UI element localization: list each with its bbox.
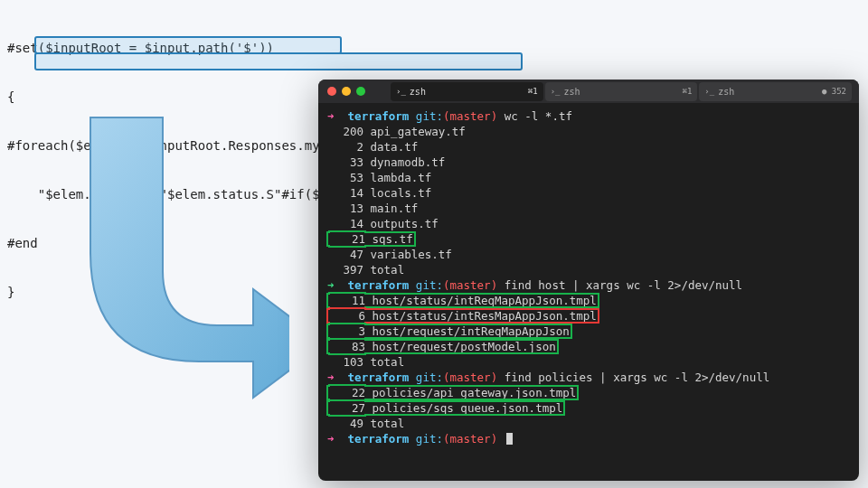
tab-label: zsh [410,84,426,99]
prompt-dir: terraform [348,109,410,123]
wc-row-highlighted: 27 policies/sqs_queue.json.tmpl [327,400,850,416]
wc-row: 47 variables.tf [327,247,850,262]
window-titlebar[interactable]: ›_ zsh ⌘1 ›_ zsh ⌘1 ›_ zsh ● 352 [318,80,859,103]
wc-row: 53 lambda.tf [327,170,850,185]
wc-row: 13 main.tf [327,201,850,216]
prompt-line: ➜ terraform git:(master) find policies |… [327,370,850,385]
prompt-arrow-icon: ➜ [327,278,335,292]
git-branch: (master) [443,432,497,446]
tab-icon: ›_ [704,84,714,99]
prompt-arrow-icon: ➜ [327,371,335,384]
wc-total: 49 total [327,416,850,431]
tab-zsh[interactable]: ›_ zsh ⌘1 [545,82,698,101]
prompt-line: ➜ terraform git:(master) find host | xar… [327,277,850,293]
tab-badge: ⌘1 [528,84,538,99]
cursor-icon [506,433,513,445]
wc-row-highlighted: 3 host/request/intReqMapAppJson [327,324,850,339]
terminal-window: ›_ zsh ⌘1 ›_ zsh ⌘1 ›_ zsh ● 352 ➜ terra… [318,80,859,481]
tab-icon: ›_ [551,84,561,99]
git-branch: (master) [443,109,497,123]
tab-zsh[interactable]: ›_ zsh ⌘1 [391,82,543,101]
terminal-output[interactable]: ➜ terraform git:(master) wc -l *.tf 200 … [318,103,859,455]
wc-total: 397 total [327,262,850,277]
tab-label: zsh [718,84,734,99]
wc-row: 200 api_gateway.tf [327,124,850,139]
prompt-arrow-icon: ➜ [327,109,335,123]
git-label: git: [416,278,443,292]
tab-badge: ⌘1 [683,84,693,99]
tab-zsh[interactable]: ›_ zsh ● 352 [699,82,852,101]
wc-row-highlighted: 83 host/request/postModel.json [327,339,850,354]
close-icon[interactable] [327,87,336,96]
wc-row: 14 locals.tf [327,185,850,201]
wc-row: 14 outputs.tf [327,216,850,231]
wc-total: 103 total [327,354,850,370]
prompt-dir: terraform [348,278,410,292]
prompt-line-active[interactable]: ➜ terraform git:(master) [327,431,850,446]
wc-row: 2 data.tf [327,139,850,155]
prompt-dir: terraform [348,371,410,384]
prompt-dir: terraform [348,432,410,446]
traffic-lights [327,87,365,96]
git-branch: (master) [443,371,497,384]
git-label: git: [416,432,443,446]
git-label: git: [416,371,443,384]
command-text: find policies | xargs wc -l 2>/dev/null [505,371,770,384]
wc-row-highlighted: 22 policies/api_gateway.json.tmpl [327,385,850,400]
wc-row-highlighted: 6 host/status/intResMapAppJson.tmpl [327,308,850,324]
wc-row: 33 dynamodb.tf [327,155,850,170]
command-text: wc -l *.tf [505,109,572,123]
tab-badge: ● 352 [822,84,846,99]
highlight-body [34,52,523,70]
tab-icon: ›_ [396,84,406,99]
wc-row-highlighted: 11 host/status/intReqMapAppJson.tmpl [327,293,850,308]
wc-row-highlighted: 21 sqs.tf [327,231,850,247]
git-label: git: [416,109,443,123]
minimize-icon[interactable] [342,87,351,96]
maximize-icon[interactable] [356,87,365,96]
prompt-line: ➜ terraform git:(master) wc -l *.tf [327,108,850,124]
tab-label: zsh [564,84,580,99]
command-text: find host | xargs wc -l 2>/dev/null [505,278,742,292]
terminal-tabs: ›_ zsh ⌘1 ›_ zsh ⌘1 ›_ zsh ● 352 [391,82,852,101]
git-branch: (master) [443,278,497,292]
prompt-arrow-icon: ➜ [327,432,335,446]
highlight-foreach [34,36,342,54]
